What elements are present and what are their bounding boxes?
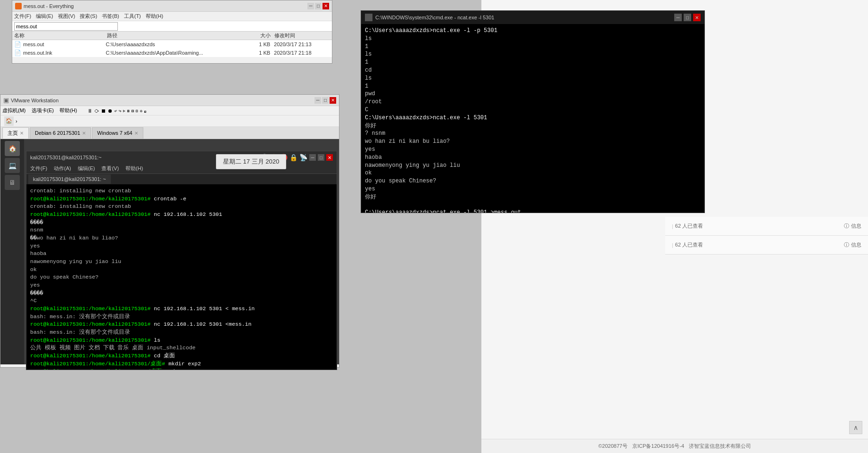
view-count-label-0: 62 人已查看 bbox=[675, 222, 703, 230]
term-line-19: root@kali20175301:/home/kali20175301# ls bbox=[30, 337, 333, 345]
cmd-line-11: C:\Users\aaaazdxzds>ncat.exe -l 5301 bbox=[365, 114, 701, 122]
scroll-top-button[interactable]: ∧ bbox=[849, 421, 862, 434]
tab-debian-close[interactable]: ✕ bbox=[82, 131, 86, 136]
vmware-tab-debian[interactable]: Debian 6 20175301 ✕ bbox=[30, 127, 91, 139]
vmware-home-btn[interactable]: 🏠 bbox=[4, 116, 14, 126]
terminal-maximize-btn[interactable]: □ bbox=[318, 154, 324, 161]
vmware-tab-windows[interactable]: Windows 7 x64 ✕ bbox=[92, 127, 143, 139]
term-line-23: root@kali20175301:/home/kali20175301/桌面#… bbox=[30, 368, 333, 370]
term-line-21: root@kali20175301:/home/kali20175301# cd… bbox=[30, 352, 333, 360]
cmd-line-1: ls bbox=[365, 35, 701, 43]
file-name-0: 📄 mess.out bbox=[14, 41, 106, 48]
tab-windows-label: Windows 7 x64 bbox=[97, 130, 132, 136]
vmware-menu-help[interactable]: 帮助(H) bbox=[59, 107, 77, 114]
cmd-line-4: 1 bbox=[365, 58, 701, 66]
cmd-line-5: cd bbox=[365, 66, 701, 74]
vmware-minimize-btn[interactable]: ─ bbox=[314, 97, 321, 104]
info-btn-1[interactable]: ⓘ 信息 bbox=[844, 241, 861, 248]
everything-close-btn[interactable]: ✕ bbox=[322, 3, 329, 9]
terminal-menu-edit[interactable]: 编辑(E) bbox=[78, 165, 95, 172]
sidebar-icon-vm1[interactable]: 💻 bbox=[5, 158, 20, 173]
side-info-bar: | 62 人已查看 ⓘ 信息 | 62 人已查看 ⓘ 信息 bbox=[665, 217, 868, 255]
cmd-minimize-btn[interactable]: ─ bbox=[674, 14, 682, 21]
menu-bookmarks[interactable]: 书签(B) bbox=[102, 13, 119, 20]
terminal-tab-main[interactable]: kali20175301@kali20175301: ~ bbox=[28, 174, 111, 184]
term-line-5: nsnm bbox=[30, 226, 333, 234]
cmd-line-6: ls bbox=[365, 74, 701, 82]
everything-minimize-btn[interactable]: ─ bbox=[307, 3, 314, 9]
tab-home-close[interactable]: ✕ bbox=[20, 131, 24, 136]
vmware-maximize-btn[interactable]: □ bbox=[322, 97, 329, 104]
cmd-line-10: C bbox=[365, 106, 701, 114]
cmd-line-17: nawomenyong ying yu jiao liu bbox=[365, 162, 701, 170]
file-path-0: C:\Users\aaaazdxzds bbox=[106, 41, 246, 47]
term-line-18: bash: mess.in: 没有那个文件或目录 bbox=[30, 329, 333, 337]
terminal-menu-file[interactable]: 文件(F) bbox=[30, 165, 47, 172]
view-count-label-1: 62 人已查看 bbox=[675, 241, 703, 248]
footer-text2: 京ICP备12041916号-4 bbox=[632, 443, 684, 450]
file-modified-0: 2020/3/17 21:13 bbox=[274, 41, 330, 47]
cmd-line-13: ? nsnm bbox=[365, 130, 701, 138]
vmware-title: VMware Workstation bbox=[11, 98, 58, 103]
cmd-line-0: C:\Users\aaaazdxzds>ncat.exe -l -p 5301 bbox=[365, 27, 701, 35]
everything-maximize-btn[interactable]: □ bbox=[315, 3, 322, 9]
list-item[interactable]: 📄 mess.out.lnk C:\Users\aaaazdxzds\AppDa… bbox=[12, 49, 332, 57]
term-line-22: root@kali20175301:/home/kali20175301/桌面#… bbox=[30, 360, 333, 368]
col-header-modified: 修改时间 bbox=[274, 32, 330, 39]
info-icon-0: ⓘ bbox=[844, 222, 849, 230]
term-line-10: ok bbox=[30, 266, 333, 274]
everything-file-list: 📄 mess.out C:\Users\aaaazdxzds 1 KB 2020… bbox=[12, 40, 332, 57]
cmd-line-8: pwd bbox=[365, 90, 701, 98]
term-line-1: root@kali20175301:/home/kali20175301# cr… bbox=[30, 195, 333, 203]
info-label-0: 信息 bbox=[851, 222, 861, 230]
terminal-indicator-5: 🔒 bbox=[289, 154, 298, 161]
terminal-menu-view[interactable]: 查看(V) bbox=[101, 165, 119, 172]
footer-text1: ©2020877号 bbox=[598, 443, 628, 450]
cmd-window-buttons: ─ □ ✕ bbox=[674, 14, 701, 21]
tab-windows-close[interactable]: ✕ bbox=[134, 131, 138, 136]
sidebar-icon-home[interactable]: 🏠 bbox=[5, 141, 20, 156]
file-icon-0: 📄 bbox=[14, 41, 21, 48]
list-item[interactable]: 📄 mess.out C:\Users\aaaazdxzds 1 KB 2020… bbox=[12, 40, 332, 49]
scroll-top-icon: ∧ bbox=[853, 424, 858, 431]
term-line-0: crontab: installing new crontab bbox=[30, 187, 333, 195]
info-btn-0[interactable]: ⓘ 信息 bbox=[844, 222, 861, 230]
menu-help[interactable]: 帮助(H) bbox=[146, 13, 163, 20]
menu-search[interactable]: 搜索(S) bbox=[80, 13, 97, 20]
terminal-close-btn[interactable]: ✕ bbox=[326, 154, 333, 161]
cmd-line-2: 1 bbox=[365, 43, 701, 51]
terminal-minimize-btn[interactable]: ─ bbox=[309, 154, 316, 161]
date-tooltip-text: 星期二 17 三月 2020 bbox=[223, 158, 279, 165]
cmd-line-20: yes bbox=[365, 185, 701, 193]
cmd-line-22 bbox=[365, 201, 701, 209]
menu-file[interactable]: 文件(F) bbox=[14, 13, 31, 20]
menu-edit[interactable]: 编辑(E) bbox=[36, 13, 53, 20]
terminal-titlebar: kali20175301@kali20175301:~ ⏸ 🔊 🔔 ⭕ 🔒 📡 … bbox=[26, 151, 337, 164]
vmware-menu-vm[interactable]: 虚拟机(M) bbox=[2, 107, 26, 114]
vmware-close-btn[interactable]: ✕ bbox=[330, 97, 336, 104]
everything-window-buttons: ─ □ ✕ bbox=[307, 3, 329, 9]
vmware-tabs-bar: 主页 ✕ Debian 6 20175301 ✕ Windows 7 x64 ✕ bbox=[0, 127, 339, 139]
term-line-17: root@kali20175301:/home/kali20175301# nc… bbox=[30, 321, 333, 329]
cmd-line-7: 1 bbox=[365, 82, 701, 91]
cmd-close-btn[interactable]: ✕ bbox=[693, 14, 701, 21]
cmd-maximize-btn[interactable]: □ bbox=[684, 14, 691, 21]
menu-view[interactable]: 视图(V) bbox=[58, 13, 75, 20]
terminal-content[interactable]: crontab: installing new crontab root@kal… bbox=[26, 184, 337, 370]
terminal-menu-help[interactable]: 帮助(H) bbox=[125, 165, 143, 172]
vmware-tab-home[interactable]: 主页 ✕ bbox=[2, 127, 29, 139]
col-header-path: 路径 bbox=[107, 32, 247, 39]
term-line-4: ���� bbox=[30, 219, 333, 227]
vmware-menu-tab[interactable]: 选项卡(E) bbox=[32, 107, 54, 114]
menu-tools[interactable]: 工具(T) bbox=[124, 13, 141, 20]
terminal-menu-action[interactable]: 动作(A) bbox=[54, 165, 71, 172]
sidebar-icon-vm2[interactable]: 🖥 bbox=[5, 175, 20, 190]
terminal-indicator-6: 📡 bbox=[299, 154, 307, 161]
term-line-20: 公共 模板 视频 图片 文档 下载 音乐 桌面 input_shellcode bbox=[30, 344, 333, 352]
vmware-titlebar: ▣ VMware Workstation ─ □ ✕ bbox=[0, 95, 339, 106]
cmd-line-3: ls bbox=[365, 50, 701, 58]
everything-search-input[interactable] bbox=[14, 22, 118, 31]
footer: ©2020877号 京ICP备12041916号-4 济智宝蓝信息技术有限公司 bbox=[481, 439, 868, 453]
date-tooltip: 星期二 17 三月 2020 bbox=[216, 154, 286, 169]
cmd-app-icon bbox=[365, 14, 372, 21]
